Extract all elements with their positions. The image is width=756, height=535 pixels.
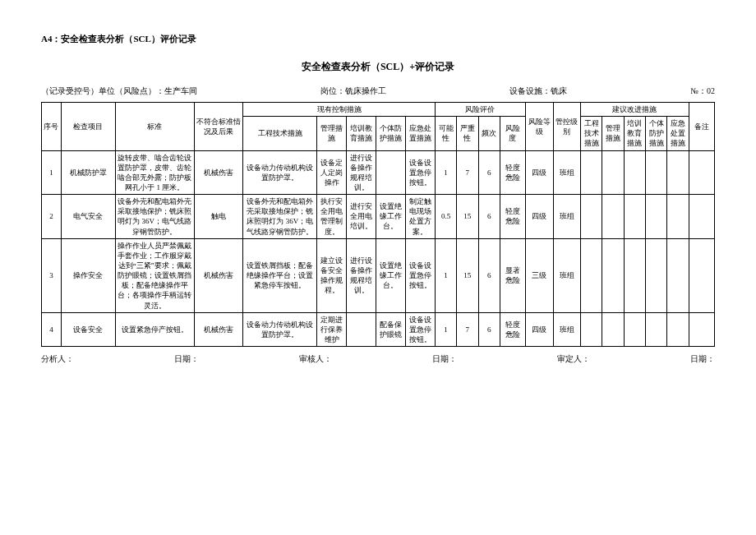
cell-item: 设备安全 [61, 312, 115, 346]
doc-title: 安全检查表分析（SCL）+评价记录 [41, 60, 715, 74]
cell-seq: 3 [42, 238, 62, 312]
cell-ctrl_train: 进行设备操作规程培训。 [347, 150, 376, 195]
footer-analyst: 分析人： [41, 353, 74, 365]
col-ctrl-mgmt: 管理措施 [317, 117, 347, 150]
col-ctrl-train: 培训教育措施 [347, 117, 376, 150]
scl-table: 序号 检查项目 标准 不符合标准情况及后果 现有控制措施 风险评价 风险等级 管… [41, 102, 715, 347]
col-sugg-mgmt: 管理措施 [602, 117, 624, 150]
table-head: 序号 检查项目 标准 不符合标准情况及后果 现有控制措施 风险评价 风险等级 管… [42, 103, 715, 151]
cell-ctrl_emerg: 设备设置急停按钮。 [405, 312, 435, 346]
cell-ctrl_mgmt: 设备定人定岗操作 [317, 150, 347, 195]
cell-sugg_emerg [667, 238, 689, 312]
cell-risk_freq: 6 [478, 238, 500, 312]
cell-ctrl_eng: 设备动力传动机构设置防护罩。 [243, 312, 317, 346]
cell-sugg_emerg [667, 150, 689, 195]
meta-left: （记录受控号）单位（风险点）：生产车间 [41, 85, 197, 97]
cell-sugg_emerg [667, 312, 689, 346]
cell-risk_sev: 7 [457, 312, 478, 346]
col-risk-poss: 可能性 [435, 117, 456, 150]
cell-std: 设置紧急停产按钮。 [115, 312, 194, 346]
footer-date2: 日期： [432, 353, 457, 365]
cell-nonconf: 触电 [194, 195, 243, 239]
table-row: 4设备安全设置紧急停产按钮。机械伤害设备动力传动机构设置防护罩。定期进行保养维护… [42, 312, 715, 346]
col-risk-deg: 风险度 [500, 117, 525, 150]
cell-ctrl_emerg: 设备设置急停按钮。 [405, 238, 435, 312]
cell-nonconf: 机械伤害 [194, 238, 243, 312]
cell-std: 设备外壳和配电箱外壳采取接地保护；铣床照明灯为 36V；电气线路穿钢管防护。 [115, 195, 194, 239]
cell-seq: 1 [42, 150, 62, 195]
cell-nonconf: 机械伤害 [194, 150, 243, 195]
cell-remark [689, 195, 714, 239]
cell-nonconf: 机械伤害 [194, 312, 243, 346]
cell-risk_sev: 15 [457, 195, 478, 239]
cell-ctrl_mgmt: 定期进行保养维护 [317, 312, 347, 346]
cell-risk_level: 三级 [525, 238, 553, 312]
col-risk-sev: 严重性 [457, 117, 478, 150]
table-body: 1机械防护罩旋转皮带、啮合齿轮设置防护罩，皮带、齿轮啮合部无外露；防护板网孔小于… [42, 150, 715, 347]
cell-risk_sev: 7 [457, 150, 478, 195]
cell-ctrl_ppe: 设置绝缘工作台。 [376, 195, 406, 239]
cell-item: 操作安全 [61, 238, 115, 312]
cell-ctrl_level: 班组 [553, 312, 581, 346]
cell-risk_level: 四级 [525, 195, 553, 239]
cell-ctrl_ppe: 配备保护眼镜 [376, 312, 406, 346]
cell-ctrl_emerg: 制定触电现场处置方案。 [405, 195, 435, 239]
cell-sugg_train [624, 195, 645, 239]
cell-sugg_eng [581, 150, 602, 195]
cell-std: 操作作业人员严禁佩戴手套作业；工作服穿戴达到“三紧”要求；佩戴防护眼镜；设置铁屑… [115, 238, 194, 312]
meta-right1: 设备设施：铣床 [509, 85, 567, 97]
cell-ctrl_ppe [376, 150, 406, 195]
cell-ctrl_eng: 设备动力传动机构设置防护罩。 [243, 150, 317, 195]
cell-sugg_eng [581, 312, 602, 346]
cell-item: 电气安全 [61, 195, 115, 239]
cell-sugg_train [624, 312, 645, 346]
col-remark: 备注 [689, 103, 714, 151]
cell-risk_level: 四级 [525, 312, 553, 346]
col-ctrl-ppe: 个体防护措施 [376, 117, 406, 150]
cell-risk_poss: 1 [435, 312, 456, 346]
cell-remark [689, 238, 714, 312]
cell-ctrl_level: 班组 [553, 150, 581, 195]
cell-ctrl_train: 进行设备操作规程培训。 [347, 238, 376, 312]
col-std: 标准 [115, 103, 194, 151]
cell-sugg_eng [581, 195, 602, 239]
cell-risk_sev: 15 [457, 238, 478, 312]
table-row: 3操作安全操作作业人员严禁佩戴手套作业；工作服穿戴达到“三紧”要求；佩戴防护眼镜… [42, 238, 715, 312]
meta-right2: №：02 [690, 85, 715, 97]
cell-ctrl_eng: 设置铁屑挡板；配备绝缘操作平台；设置紧急停车按钮。 [243, 238, 317, 312]
cell-sugg_mgmt [602, 195, 624, 239]
footer-row: 分析人： 日期： 审核人： 日期： 审定人： 日期： [41, 353, 715, 365]
cell-item: 机械防护罩 [61, 150, 115, 195]
col-ctrl-eng: 工程技术措施 [243, 117, 317, 150]
cell-ctrl_level: 班组 [553, 238, 581, 312]
footer-reviewer: 审核人： [299, 353, 332, 365]
cell-ctrl_train: 进行安全用电培训。 [347, 195, 376, 239]
col-ctrl-level: 管控级别 [553, 103, 581, 151]
col-ctrl-group: 现有控制措施 [243, 103, 435, 117]
col-risk-group: 风险评价 [435, 103, 525, 117]
cell-ctrl_level: 班组 [553, 195, 581, 239]
col-seq: 序号 [42, 103, 62, 151]
footer-approver: 审定人： [557, 353, 590, 365]
cell-risk_deg: 轻度危险 [500, 150, 525, 195]
cell-sugg_eng [581, 238, 602, 312]
cell-ctrl_mgmt: 建立设备安全操作规程。 [317, 238, 347, 312]
cell-risk_freq: 6 [478, 312, 500, 346]
cell-sugg_mgmt [602, 238, 624, 312]
cell-risk_deg: 轻度危险 [500, 312, 525, 346]
footer-date1: 日期： [174, 353, 199, 365]
cell-risk_freq: 6 [478, 150, 500, 195]
cell-sugg_mgmt [602, 312, 624, 346]
meta-mid: 岗位：铣床操作工 [320, 85, 386, 97]
cell-risk_poss: 1 [435, 150, 456, 195]
cell-remark [689, 150, 714, 195]
cell-seq: 4 [42, 312, 62, 346]
cell-risk_freq: 6 [478, 195, 500, 239]
cell-sugg_train [624, 238, 645, 312]
cell-sugg_ppe [646, 312, 667, 346]
footer-date3: 日期： [690, 353, 715, 365]
col-sugg-train: 培训教育措施 [624, 117, 645, 150]
cell-sugg_ppe [646, 238, 667, 312]
cell-std: 旋转皮带、啮合齿轮设置防护罩，皮带、齿轮啮合部无外露；防护板网孔小于 1 厘米。 [115, 150, 194, 195]
cell-sugg_ppe [646, 195, 667, 239]
